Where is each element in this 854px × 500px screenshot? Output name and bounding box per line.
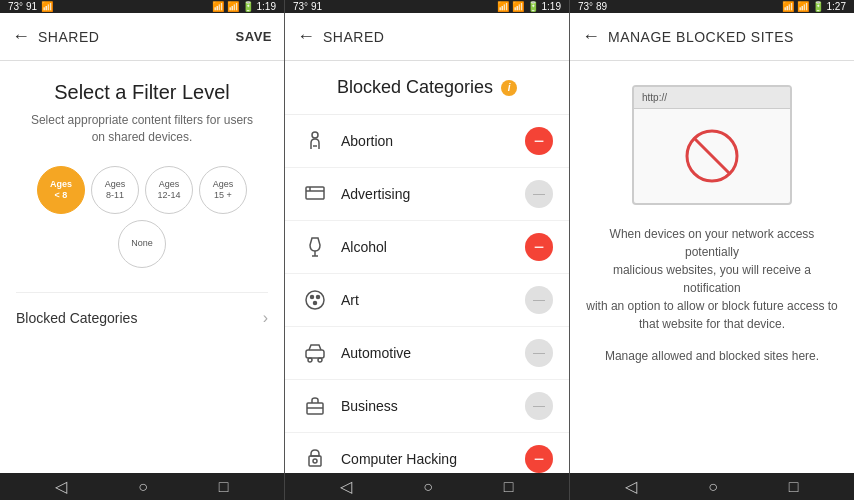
toolbar-2: ← SHARED [285,13,569,61]
business-label: Business [341,398,513,414]
info-icon[interactable]: i [501,80,517,96]
computer-hacking-label: Computer Hacking [341,451,513,467]
art-icon [301,286,329,314]
status-time-1: 1:19 [257,1,276,12]
automotive-icon [301,339,329,367]
toolbar-title-1: SHARED [38,29,236,45]
svg-point-0 [312,132,318,138]
advertising-toggle[interactable] [525,180,553,208]
age-btn-15plus[interactable]: Ages15 + [199,166,247,214]
panel-manage-blocked-sites: ← MANAGE BLOCKED SITES http:// When devi… [570,13,854,473]
panel-blocked-categories: ← SHARED Blocked Categories i Abo [285,13,570,473]
recent-nav-3[interactable]: □ [777,474,811,500]
status-wifi-3: 📶 [797,1,809,12]
status-time-3: 1:27 [827,1,846,12]
computer-hacking-icon [301,445,329,473]
category-row-art[interactable]: Art [285,274,569,327]
alcohol-toggle[interactable] [525,233,553,261]
abortion-label: Abortion [341,133,513,149]
panel3-description: When devices on your network access pote… [586,225,838,333]
status-bat-3: 🔋 [812,1,824,12]
business-icon [301,392,329,420]
browser-url-bar: http:// [634,87,790,109]
svg-point-12 [314,302,317,305]
age-btn-8-11[interactable]: Ages8-11 [91,166,139,214]
nav-segment-1: ◁ ○ □ [0,473,285,500]
browser-body [634,109,790,203]
back-button-1[interactable]: ← [12,26,30,47]
browser-mockup: http:// [632,85,792,205]
status-bat-1: 🔋 [242,1,254,12]
status-bar-3: 73° 89 📶 📶 🔋 1:27 [570,0,854,13]
status-bt-3: 📶 [782,1,794,12]
status-bar-2: 73° 91 📶 📶 🔋 1:19 [285,0,570,13]
back-nav-3[interactable]: ◁ [613,473,649,500]
back-nav-1[interactable]: ◁ [43,473,79,500]
nav-segment-2: ◁ ○ □ [285,473,570,500]
svg-point-10 [311,296,314,299]
svg-point-15 [318,358,322,362]
panel-filter-level: ← SHARED SAVE Select a Filter Level Sele… [0,13,285,473]
category-row-abortion[interactable]: Abortion [285,115,569,168]
status-temp-1: 73° 91 [8,1,37,12]
back-nav-2[interactable]: ◁ [328,473,364,500]
age-btn-under8[interactable]: Ages< 8 [37,166,85,214]
status-icon-signal-1: 📶 [41,1,53,12]
svg-point-19 [313,459,317,463]
automotive-toggle[interactable] [525,339,553,367]
svg-rect-13 [306,350,324,358]
category-row-alcohol[interactable]: Alcohol [285,221,569,274]
category-row-automotive[interactable]: Automotive [285,327,569,380]
category-row-business[interactable]: Business [285,380,569,433]
category-row-computer-hacking[interactable]: Computer Hacking [285,433,569,473]
svg-rect-18 [309,456,321,466]
advertising-icon [301,180,329,208]
browser-url-text: http:// [642,92,667,103]
no-access-icon [682,126,742,186]
status-temp-2: 73° 91 [293,1,322,12]
art-label: Art [341,292,513,308]
chevron-right-icon: › [263,309,268,327]
panel2-body: Blocked Categories i Abortion [285,61,569,473]
toolbar-1: ← SHARED SAVE [0,13,284,61]
toolbar-3: ← MANAGE BLOCKED SITES [570,13,854,61]
manage-sites-link[interactable]: Manage allowed and blocked sites here. [605,349,819,363]
svg-rect-4 [306,187,324,199]
age-btn-12-14[interactable]: Ages12-14 [145,166,193,214]
computer-hacking-toggle[interactable] [525,445,553,473]
toolbar-title-3: MANAGE BLOCKED SITES [608,29,842,45]
alcohol-icon [301,233,329,261]
svg-point-14 [308,358,312,362]
home-nav-1[interactable]: ○ [126,474,160,500]
toolbar-title-2: SHARED [323,29,557,45]
svg-line-21 [694,138,730,174]
svg-point-9 [306,291,324,309]
panel3-body: http:// When devices on your network acc… [570,61,854,473]
business-toggle[interactable] [525,392,553,420]
status-temp-3: 73° 89 [578,1,607,12]
abortion-toggle[interactable] [525,127,553,155]
blocked-categories-label: Blocked Categories [16,310,137,326]
svg-point-11 [317,296,320,299]
panel1-body: Select a Filter Level Select appropriate… [0,61,284,473]
age-btn-none[interactable]: None [118,220,166,268]
age-filter-group: Ages< 8 Ages8-11 Ages12-14 Ages15 + None [16,166,268,268]
status-bt-1: 📶 [212,1,224,12]
advertising-label: Advertising [341,186,513,202]
back-button-2[interactable]: ← [297,26,315,47]
status-bt-2: 📶 [497,1,509,12]
recent-nav-2[interactable]: □ [492,474,526,500]
art-toggle[interactable] [525,286,553,314]
back-button-3[interactable]: ← [582,26,600,47]
status-time-2: 1:19 [542,1,561,12]
category-row-advertising[interactable]: Advertising [285,168,569,221]
recent-nav-1[interactable]: □ [207,474,241,500]
automotive-label: Automotive [341,345,513,361]
home-nav-3[interactable]: ○ [696,474,730,500]
alcohol-label: Alcohol [341,239,513,255]
blocked-categories-row[interactable]: Blocked Categories › [16,292,268,343]
save-button[interactable]: SAVE [236,29,272,44]
filter-level-subtext: Select appropriate content filters for u… [16,112,268,146]
home-nav-2[interactable]: ○ [411,474,445,500]
status-bat-2: 🔋 [527,1,539,12]
